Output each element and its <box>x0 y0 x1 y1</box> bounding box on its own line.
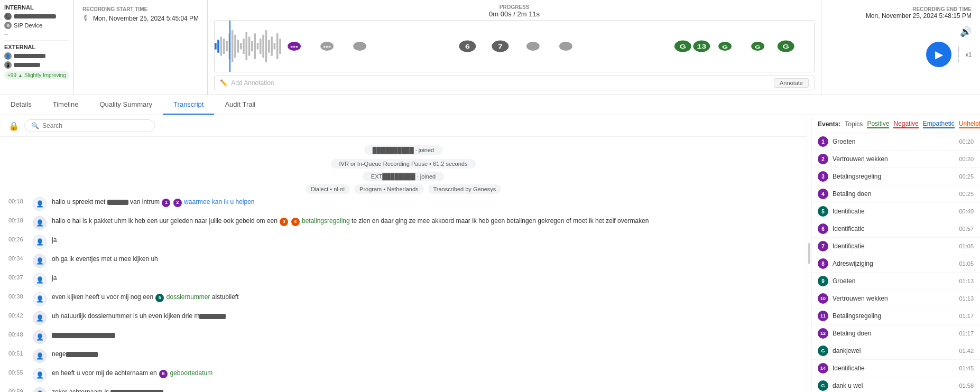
message-text-0037: ja <box>52 273 57 283</box>
ivr-pause-message: IVR or In-Queue Recording Pause • 61.2 s… <box>8 159 798 169</box>
redacted-name-3 <box>66 352 98 357</box>
event-time-8: 01:05 <box>959 260 974 267</box>
event-name-11: Betalingsregeling <box>833 312 955 320</box>
highlight-waarmee: waarmee kan ik u helpen <box>184 198 254 206</box>
filter-unhelpful[interactable]: Unhelpful <box>959 120 980 128</box>
badge-4: 4 <box>291 218 300 226</box>
svg-rect-10 <box>243 39 245 54</box>
event-badge-1: 1 <box>818 136 828 147</box>
progress-section: PROGRESS 0m 00s / 2m 11s <box>214 4 815 18</box>
tab-quality-summary[interactable]: Quality Summary <box>89 95 163 115</box>
avatar-agent-2: 👤 <box>33 235 47 249</box>
svg-rect-13 <box>251 41 253 51</box>
svg-rect-2 <box>220 36 223 55</box>
avatar-agent-4: 👤 <box>33 292 47 306</box>
sip-icon: ⊕ <box>4 22 12 29</box>
waveform-svg: ••• ••• 6 7 G 13 G G G <box>215 21 814 72</box>
event-time-1: 00:20 <box>959 138 974 145</box>
svg-rect-8 <box>237 40 239 52</box>
svg-rect-16 <box>260 39 262 54</box>
avatar-customer-1: 👤 <box>33 216 47 230</box>
event-row-12: 12 Betaling doen 01:17 <box>811 325 980 342</box>
badge-arrow: ▲ <box>18 73 23 78</box>
event-badge-14: 14 <box>818 363 828 374</box>
message-text-0042: uh natuurlijk dossiernummer is uh even k… <box>52 311 226 321</box>
filter-topics[interactable]: Topics <box>845 120 863 128</box>
svg-rect-11 <box>246 32 248 60</box>
tab-audit-trail[interactable]: Audit Trail <box>214 95 266 115</box>
events-panel: Events: Topics Positive Negative Empathe… <box>811 115 980 392</box>
external-section-title: EXTERNAL <box>4 44 69 50</box>
event-name-14: Identificatie <box>833 365 955 372</box>
svg-rect-25 <box>217 40 219 52</box>
message-row-0048-customer: 00:48 👤 <box>8 330 798 344</box>
annotate-button[interactable]: Annotate <box>774 78 809 88</box>
score-badge: +99 ▲ Slightly Improving <box>4 71 69 79</box>
play-button[interactable]: ▶ <box>926 42 951 67</box>
tab-timeline[interactable]: Timeline <box>42 95 89 115</box>
external-phone-row: 📱 <box>4 61 69 69</box>
message-text-0018c: hallo o hai is k pakket uhm ik heb een u… <box>52 216 649 226</box>
message-time-0059: 00:59 <box>8 387 27 392</box>
joined-pill: ██████████ · joined <box>364 145 442 155</box>
filter-positive[interactable]: Positive <box>867 120 889 128</box>
filter-negative[interactable]: Negative <box>893 120 918 128</box>
event-row-7: 7 Identificatie 01:05 <box>811 238 980 255</box>
svg-rect-19 <box>268 40 270 52</box>
playback-controls: ▶ x1 <box>926 42 972 67</box>
svg-rect-12 <box>248 36 251 55</box>
avatar-agent-5: 👤 <box>33 368 47 382</box>
svg-point-31 <box>526 42 540 51</box>
events-list[interactable]: 1 Groeten 00:20 2 Vertrouwen wekken 00:2… <box>811 133 980 392</box>
svg-text:G: G <box>755 44 761 50</box>
event-name-10: Vertrouwen wekken <box>833 295 955 302</box>
program-tag: Program • Netherlands <box>354 184 423 194</box>
filter-empathetic[interactable]: Empathetic <box>923 120 955 128</box>
highlight-geboortedatum: geboortedatum <box>170 369 212 377</box>
message-text-0038: even kijken heeft u voor mij nog een 5 d… <box>52 292 239 302</box>
ext-joined-message: EXT████████ · joined <box>8 172 798 181</box>
transcribed-tag: Transcribed by Genesys <box>428 184 502 194</box>
event-time-11: 01:17 <box>959 313 974 319</box>
event-row-9: 9 Groeten 01:13 <box>811 273 980 290</box>
volume-bar-up <box>958 46 959 53</box>
pencil-icon: ✏️ <box>220 79 228 87</box>
event-badge-4: 4 <box>818 189 828 199</box>
waveform-container[interactable]: ••• ••• 6 7 G 13 G G G <box>214 20 815 72</box>
message-time-0038: 00:38 <box>8 292 27 300</box>
redacted-block-1 <box>52 333 115 338</box>
svg-rect-17 <box>262 35 264 58</box>
event-name-9: Groeten <box>833 277 955 285</box>
dialect-tag: Dialect • nl-nl <box>306 184 350 194</box>
redacted-name-1 <box>107 200 128 205</box>
sidebar-divider <box>4 40 69 41</box>
svg-rect-4 <box>226 41 228 51</box>
message-row-0026-agent: 00:26 👤 ja <box>8 235 798 249</box>
search-box[interactable]: 🔍 <box>24 119 155 132</box>
badge-6: 6 <box>159 370 168 378</box>
main-content: 🔒 🔍 ██████████ · joined IVR or In-Queue … <box>0 115 980 392</box>
recording-end-label: RECORDING END TIME <box>912 6 972 12</box>
sip-label: SIP Device <box>14 22 42 29</box>
event-badge-10: 10 <box>818 293 828 304</box>
phone2-icon: 📱 <box>4 61 12 69</box>
svg-rect-6 <box>232 30 234 62</box>
tab-details[interactable]: Details <box>0 95 42 115</box>
search-input[interactable] <box>42 122 148 129</box>
message-row-0018-agent: 00:18 👤 hallo u spreekt met van intrum 1… <box>8 197 798 211</box>
event-time-14: 01:45 <box>959 365 974 371</box>
transcript-messages[interactable]: ██████████ · joined IVR or In-Queue Reco… <box>0 137 807 392</box>
event-name-5: Identificatie <box>833 208 955 215</box>
ext-joined-pill: EXT████████ · joined <box>363 172 444 181</box>
svg-text:7: 7 <box>498 44 503 50</box>
tab-transcript[interactable]: Transcript <box>163 95 214 115</box>
transcript-toolbar: 🔒 🔍 <box>0 115 807 137</box>
svg-text:6: 6 <box>465 44 470 50</box>
user-icon: 👤 <box>4 52 12 60</box>
recording-end-value: Mon, November 25, 2024 5:48:15 PM <box>866 12 972 20</box>
badge-3: 3 <box>280 218 288 226</box>
lock-icon: 🔒 <box>8 121 19 131</box>
sidebar: INTERNAL 📞 ⊕ SIP Device -- EXTERNAL 👤 📱 <box>0 0 74 95</box>
event-row-14: 14 Identificatie 01:45 <box>811 360 980 377</box>
ext2-name-bar2 <box>14 63 40 67</box>
